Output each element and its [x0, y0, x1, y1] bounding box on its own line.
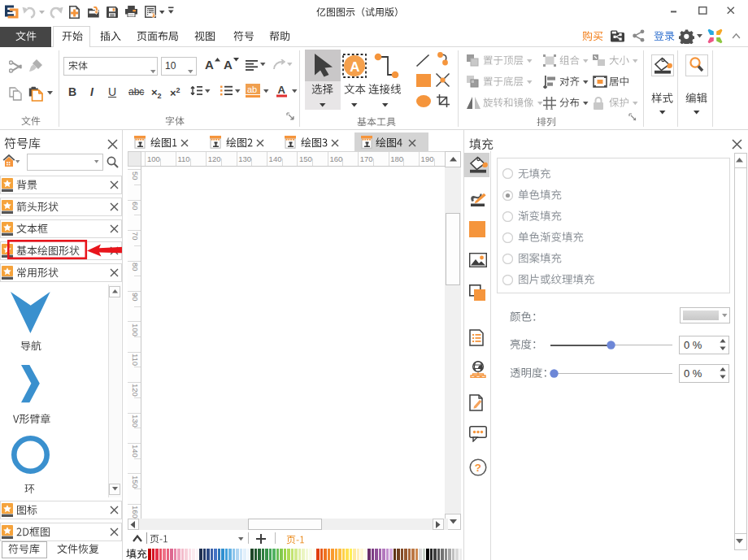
- svg-text:A: A: [278, 84, 286, 96]
- svg-text:?: ?: [475, 462, 481, 474]
- svg-text:A: A: [350, 59, 359, 75]
- svg-text:ab: ab: [247, 85, 257, 94]
